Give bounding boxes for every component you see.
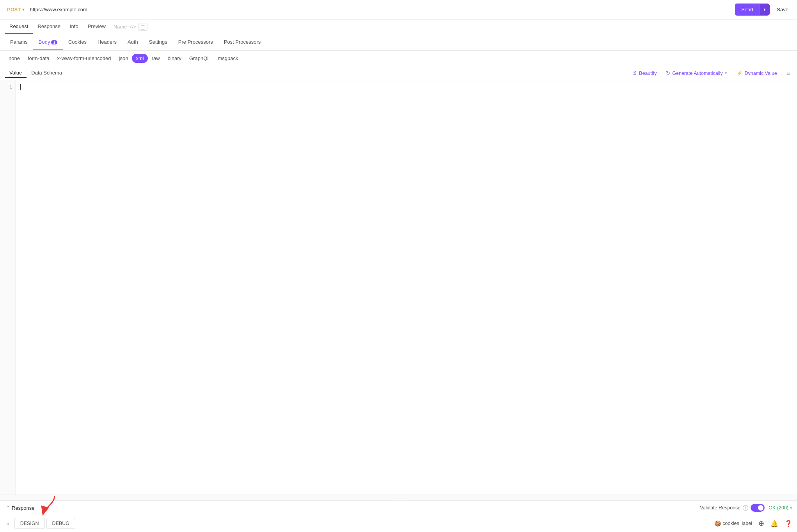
bell-icon[interactable]: 🔔: [770, 520, 778, 527]
body-type-json[interactable]: json: [115, 54, 132, 63]
bottom-footer-right: 🍪 cookies_label ⊕ 🔔 ❓: [714, 519, 792, 528]
tab-settings[interactable]: Settings: [144, 35, 173, 50]
body-type-msgpack[interactable]: msgpack: [214, 54, 242, 63]
status-code: OK (200): [769, 505, 788, 511]
method-selector[interactable]: POST ▾: [5, 5, 27, 14]
cookie-icon: 🍪: [714, 520, 721, 527]
cursor: [20, 84, 21, 90]
body-badge: 1: [51, 40, 57, 44]
editor-tab-value[interactable]: Value: [5, 68, 27, 78]
code-editor: 1: [0, 80, 797, 495]
editor-content[interactable]: [16, 80, 797, 495]
bottom-tabs-bar: ‹‹ DESIGN DEBUG 🍪 cookies_label ⊕ 🔔 ❓: [0, 515, 797, 532]
more-options-button[interactable]: ≡: [784, 69, 792, 78]
tab-params[interactable]: Params: [5, 35, 33, 50]
body-type-selector: none form-data x-www-form-urlencoded jso…: [0, 51, 797, 66]
body-type-urlencoded[interactable]: x-www-form-urlencoded: [53, 54, 115, 63]
tab-debug[interactable]: DEBUG: [46, 518, 75, 529]
add-icon[interactable]: ⊕: [758, 519, 764, 528]
bottom-panel-header: ⌃ Response Validate Response i OK (200) …: [0, 501, 797, 515]
ok-status: OK (200) ▾: [769, 505, 792, 511]
tab-cookies[interactable]: Cookies: [63, 35, 92, 50]
body-type-binary[interactable]: binary: [164, 54, 185, 63]
more-icon: ≡: [786, 70, 790, 77]
editor-tab-schema[interactable]: Data Schema: [27, 68, 67, 78]
resizer-dots: ...: [395, 495, 402, 500]
tab-pre-processors[interactable]: Pre Processors: [173, 35, 218, 50]
request-tabs-bar: Request Response Info Preview Name </> ⬚: [0, 20, 797, 34]
tab-body[interactable]: Body1: [33, 35, 63, 50]
name-field: Name </> ⬚: [114, 23, 147, 31]
generate-icon: ↻: [666, 70, 670, 76]
body-type-graphql[interactable]: GraphQL: [185, 54, 214, 63]
editor-cursor-line: [20, 84, 792, 90]
beautify-button[interactable]: 🖻 Beautify: [630, 69, 659, 77]
validate-info-icon[interactable]: i: [743, 505, 748, 511]
response-title: Response: [12, 505, 35, 511]
body-type-xml[interactable]: xml: [132, 54, 147, 63]
bottom-panel: ⌃ Response Validate Response i OK (200) …: [0, 501, 797, 532]
body-type-raw[interactable]: raw: [148, 54, 164, 63]
generate-chevron-icon: ▾: [725, 71, 727, 76]
validate-response-label: Validate Response i: [700, 504, 765, 512]
generate-button[interactable]: ↻ Generate Automatically ▾: [664, 69, 729, 77]
line-numbers: 1: [0, 80, 16, 495]
code-icon[interactable]: </>: [130, 24, 136, 30]
name-placeholder: Name: [114, 24, 127, 30]
body-tabs-bar: Params Body1 Cookies Headers Auth Settin…: [0, 34, 797, 51]
send-button[interactable]: Send: [735, 4, 759, 16]
beautify-icon: 🖻: [632, 70, 637, 76]
bottom-panel-actions: Validate Response i OK (200) ▾: [700, 504, 792, 512]
url-input[interactable]: [30, 7, 732, 12]
tab-design[interactable]: DESIGN: [14, 518, 45, 529]
save-button[interactable]: Save: [773, 4, 792, 16]
tab-request[interactable]: Request: [5, 20, 33, 34]
cookies-link[interactable]: 🍪 cookies_label: [714, 520, 752, 527]
dynamic-icon: ⚡: [737, 70, 743, 76]
panel-resizer[interactable]: ...: [0, 495, 797, 501]
collapse-button[interactable]: ⌃: [5, 504, 12, 511]
toolbar-actions: 🖻 Beautify ↻ Generate Automatically ▾ ⚡ …: [630, 69, 792, 78]
body-type-form-data[interactable]: form-data: [24, 54, 53, 63]
tab-info[interactable]: Info: [65, 20, 83, 34]
dynamic-value-button[interactable]: ⚡ Dynamic Value: [734, 69, 779, 77]
method-chevron-icon: ▾: [22, 7, 24, 12]
send-button-group: Send ▾: [735, 4, 770, 16]
bottom-collapse-button[interactable]: ‹‹: [5, 520, 11, 527]
validate-toggle[interactable]: [751, 504, 765, 512]
tab-headers[interactable]: Headers: [92, 35, 122, 50]
send-dropdown-button[interactable]: ▾: [759, 4, 770, 15]
line-number-1: 1: [3, 84, 12, 90]
tab-auth[interactable]: Auth: [122, 35, 144, 50]
status-chevron-icon: ▾: [790, 505, 792, 511]
editor-toolbar: Value Data Schema 🖻 Beautify ↻ Generate …: [0, 66, 797, 80]
url-bar: POST ▾ Send ▾ Save: [0, 0, 797, 20]
body-type-none[interactable]: none: [5, 54, 24, 63]
method-label: POST: [7, 7, 21, 12]
tab-post-processors[interactable]: Post Processors: [218, 35, 266, 50]
tab-response[interactable]: Response: [33, 20, 65, 34]
tab-preview[interactable]: Preview: [83, 20, 110, 34]
help-icon[interactable]: ❓: [785, 520, 792, 527]
chevron-up-icon: ⌃: [6, 505, 10, 511]
layout-icon[interactable]: ⬚: [138, 23, 147, 31]
